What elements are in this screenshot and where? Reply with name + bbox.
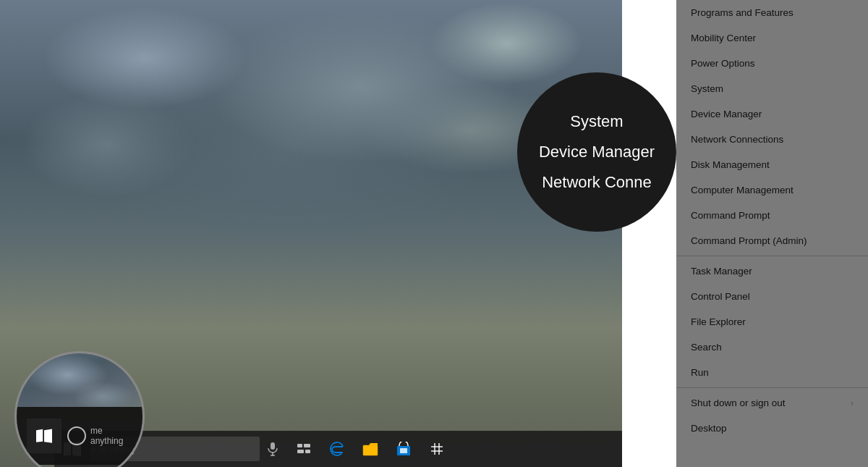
highlight-device-manager: Device Manager [517, 143, 676, 161]
context-menu-label-disk-management: Disk Management [691, 159, 770, 170]
context-menu-label-desktop: Desktop [691, 423, 727, 434]
store-button[interactable] [388, 434, 419, 463]
circle-desktop-bg [17, 353, 142, 407]
circle-search-ring-icon [67, 426, 86, 445]
context-menu-label-shut-down: Shut down or sign out [691, 397, 786, 408]
context-menu-item-search[interactable]: Search [676, 335, 868, 360]
context-menu-label-control-panel: Control Panel [691, 291, 750, 302]
context-menu-item-computer-management[interactable]: Computer Management [676, 177, 868, 203]
context-menu-label-device-manager: Device Manager [691, 109, 762, 119]
context-menu-item-power-options[interactable]: Power Options [676, 51, 868, 76]
file-explorer-taskbar-button[interactable] [355, 434, 386, 463]
context-menu-separator [676, 256, 868, 256]
context-menu-label-search: Search [691, 342, 722, 353]
context-menu-item-task-manager[interactable]: Task Manager [676, 258, 868, 284]
task-view-button[interactable] [289, 434, 319, 463]
context-menu-separator [676, 387, 868, 388]
context-menu-item-control-panel[interactable]: Control Panel [676, 284, 868, 309]
context-menu-item-run[interactable]: Run [676, 360, 868, 385]
context-menu-label-command-prompt: Command Prompt [691, 210, 770, 221]
svg-rect-5 [297, 450, 304, 453]
highlight-circle: System Device Manager Network Conne [517, 72, 676, 232]
context-menu-item-system[interactable]: System [676, 76, 868, 101]
context-menu-item-network-connections[interactable]: Network Connections [676, 127, 868, 152]
context-menu-item-shut-down[interactable]: Shut down or sign out› [676, 390, 868, 416]
circle-search-area: me anything [67, 426, 132, 446]
svg-rect-7 [363, 445, 378, 455]
highlight-system: System [517, 112, 676, 131]
edge-browser-button[interactable] [322, 434, 352, 463]
context-menu-label-command-prompt-admin: Command Prompt (Admin) [691, 235, 807, 246]
context-menu-item-command-prompt[interactable]: Command Prompt [676, 203, 868, 228]
context-menu-item-programs-features[interactable]: Programs and Features [676, 0, 868, 25]
context-menu-label-computer-management: Computer Management [691, 185, 793, 195]
taskbar-circle-magnifier: me anything [14, 351, 145, 467]
circle-taskbar-content: me anything [17, 407, 142, 465]
context-menu-label-file-explorer: File Explorer [691, 316, 746, 327]
highlight-network-connections: Network Conne [517, 173, 676, 192]
microphone-icon[interactable] [265, 442, 280, 456]
context-menu-item-mobility-center[interactable]: Mobility Center [676, 25, 868, 51]
context-menu-label-task-manager: Task Manager [691, 266, 752, 277]
context-menu-item-disk-management[interactable]: Disk Management [676, 152, 868, 177]
context-menu: Programs and FeaturesMobility CenterPowe… [676, 0, 868, 467]
circle-start-button [27, 418, 61, 453]
context-menu-label-network-connections: Network Connections [691, 134, 783, 145]
taskbar-icons [289, 434, 452, 463]
circle-search-text: me anything [90, 426, 132, 446]
svg-rect-0 [271, 442, 275, 450]
extra-icon-button[interactable] [422, 434, 452, 463]
context-menu-label-power-options: Power Options [691, 58, 755, 69]
context-menu-label-system: System [691, 83, 723, 94]
context-menu-label-mobility-center: Mobility Center [691, 33, 756, 43]
svg-rect-4 [304, 444, 310, 447]
context-menu-item-desktop[interactable]: Desktop [676, 416, 868, 441]
chevron-right-icon: › [851, 398, 854, 408]
context-menu-item-device-manager[interactable]: Device Manager [676, 101, 868, 127]
context-menu-item-file-explorer[interactable]: File Explorer [676, 309, 868, 335]
context-menu-label-programs-features: Programs and Features [691, 7, 793, 18]
svg-rect-10 [400, 448, 407, 453]
svg-rect-6 [305, 450, 310, 453]
context-menu-item-command-prompt-admin[interactable]: Command Prompt (Admin) [676, 228, 868, 253]
context-menu-label-run: Run [691, 367, 709, 378]
svg-rect-3 [297, 444, 302, 447]
